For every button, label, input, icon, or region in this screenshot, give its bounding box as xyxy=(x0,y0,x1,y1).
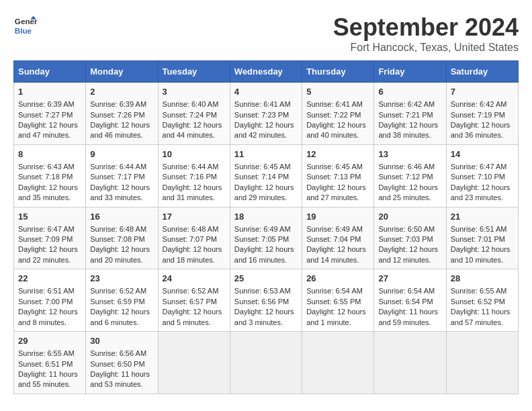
table-row: 10Sunrise: 6:44 AMSunset: 7:16 PMDayligh… xyxy=(158,144,230,207)
calendar-week-5: 29Sunrise: 6:55 AMSunset: 6:51 PMDayligh… xyxy=(14,332,519,394)
table-row: 20Sunrise: 6:50 AMSunset: 7:03 PMDayligh… xyxy=(374,207,446,269)
table-row: 14Sunrise: 6:47 AMSunset: 7:10 PMDayligh… xyxy=(446,144,518,207)
table-row: 30Sunrise: 6:56 AMSunset: 6:50 PMDayligh… xyxy=(86,332,158,394)
title-area: September 2024 Fort Hancock, Texas, Unit… xyxy=(333,13,519,54)
table-row: 21Sunrise: 6:51 AMSunset: 7:01 PMDayligh… xyxy=(446,207,518,269)
table-row xyxy=(374,332,446,394)
table-row: 3Sunrise: 6:40 AMSunset: 7:24 PMDaylight… xyxy=(158,83,230,145)
table-row: 11Sunrise: 6:45 AMSunset: 7:14 PMDayligh… xyxy=(230,144,302,207)
calendar-table: SundayMondayTuesdayWednesdayThursdayFrid… xyxy=(13,60,519,394)
table-row: 5Sunrise: 6:41 AMSunset: 7:22 PMDaylight… xyxy=(302,83,374,145)
table-row xyxy=(302,332,374,394)
table-row: 7Sunrise: 6:42 AMSunset: 7:19 PMDaylight… xyxy=(446,83,518,145)
table-row: 15Sunrise: 6:47 AMSunset: 7:09 PMDayligh… xyxy=(14,207,86,269)
header-day-thursday: Thursday xyxy=(302,61,374,83)
table-row: 13Sunrise: 6:46 AMSunset: 7:12 PMDayligh… xyxy=(374,144,446,207)
table-row: 4Sunrise: 6:41 AMSunset: 7:23 PMDaylight… xyxy=(230,83,302,145)
table-row: 2Sunrise: 6:39 AMSunset: 7:26 PMDaylight… xyxy=(86,83,158,145)
table-row: 1Sunrise: 6:39 AMSunset: 7:27 PMDaylight… xyxy=(14,83,86,145)
table-row: 6Sunrise: 6:42 AMSunset: 7:21 PMDaylight… xyxy=(374,83,446,145)
header-row: SundayMondayTuesdayWednesdayThursdayFrid… xyxy=(14,61,519,83)
logo: General Blue xyxy=(13,13,38,38)
logo-icon: General Blue xyxy=(13,13,38,38)
table-row xyxy=(230,332,302,394)
table-row: 28Sunrise: 6:55 AMSunset: 6:52 PMDayligh… xyxy=(446,269,518,332)
table-row: 12Sunrise: 6:45 AMSunset: 7:13 PMDayligh… xyxy=(302,144,374,207)
table-row: 29Sunrise: 6:55 AMSunset: 6:51 PMDayligh… xyxy=(14,332,86,394)
table-row xyxy=(158,332,230,394)
table-row: 9Sunrise: 6:44 AMSunset: 7:17 PMDaylight… xyxy=(86,144,158,207)
calendar-week-4: 22Sunrise: 6:51 AMSunset: 7:00 PMDayligh… xyxy=(14,269,519,332)
header-day-sunday: Sunday xyxy=(14,61,86,83)
table-row: 19Sunrise: 6:49 AMSunset: 7:04 PMDayligh… xyxy=(302,207,374,269)
table-row: 25Sunrise: 6:53 AMSunset: 6:56 PMDayligh… xyxy=(230,269,302,332)
table-row: 8Sunrise: 6:43 AMSunset: 7:18 PMDaylight… xyxy=(14,144,86,207)
table-row: 16Sunrise: 6:48 AMSunset: 7:08 PMDayligh… xyxy=(86,207,158,269)
table-row: 26Sunrise: 6:54 AMSunset: 6:55 PMDayligh… xyxy=(302,269,374,332)
table-row: 27Sunrise: 6:54 AMSunset: 6:54 PMDayligh… xyxy=(374,269,446,332)
table-row: 22Sunrise: 6:51 AMSunset: 7:00 PMDayligh… xyxy=(14,269,86,332)
header-day-saturday: Saturday xyxy=(446,61,518,83)
table-row: 24Sunrise: 6:52 AMSunset: 6:57 PMDayligh… xyxy=(158,269,230,332)
svg-text:Blue: Blue xyxy=(15,26,32,35)
table-row: 23Sunrise: 6:52 AMSunset: 6:59 PMDayligh… xyxy=(86,269,158,332)
calendar-week-1: 1Sunrise: 6:39 AMSunset: 7:27 PMDaylight… xyxy=(14,83,519,145)
location-title: Fort Hancock, Texas, United States xyxy=(333,42,519,54)
header-day-wednesday: Wednesday xyxy=(230,61,302,83)
table-row: 18Sunrise: 6:49 AMSunset: 7:05 PMDayligh… xyxy=(230,207,302,269)
header-day-monday: Monday xyxy=(86,61,158,83)
calendar-week-2: 8Sunrise: 6:43 AMSunset: 7:18 PMDaylight… xyxy=(14,144,519,207)
month-title: September 2024 xyxy=(333,13,519,42)
calendar-week-3: 15Sunrise: 6:47 AMSunset: 7:09 PMDayligh… xyxy=(14,207,519,269)
table-row: 17Sunrise: 6:48 AMSunset: 7:07 PMDayligh… xyxy=(158,207,230,269)
header-day-tuesday: Tuesday xyxy=(158,61,230,83)
page-header: General Blue September 2024 Fort Hancock… xyxy=(13,13,519,54)
table-row xyxy=(446,332,518,394)
header-day-friday: Friday xyxy=(374,61,446,83)
